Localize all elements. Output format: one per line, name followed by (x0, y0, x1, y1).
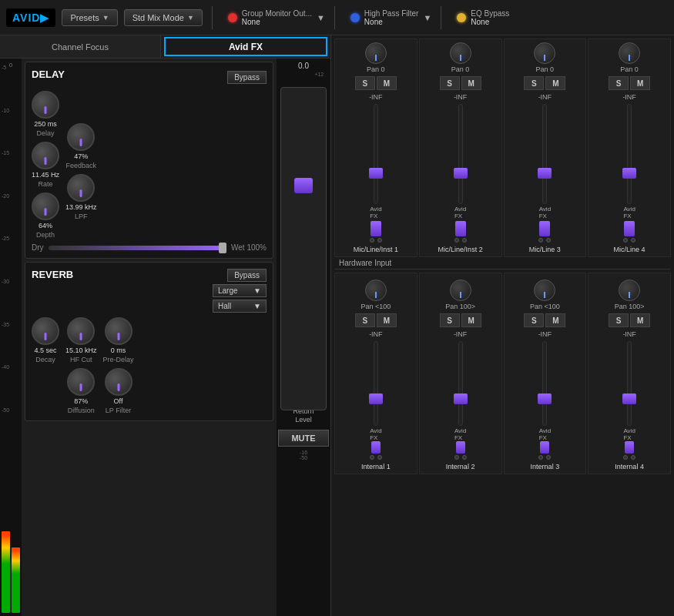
lpf-knob[interactable] (67, 174, 95, 202)
mixmode-button[interactable]: Std Mix Mode ▼ (124, 9, 203, 26)
mute-button-8[interactable]: M (630, 313, 650, 327)
pan-label-1: Pan 0 (367, 65, 385, 73)
rate-knob[interactable] (32, 142, 59, 169)
diffusion-knob[interactable] (67, 368, 95, 396)
ch-fader-handle-6[interactable] (454, 393, 468, 404)
hfcut-knob[interactable] (67, 317, 95, 345)
dot-indicators-6 (454, 455, 467, 460)
mute-button-7[interactable]: M (545, 313, 565, 327)
decay-knob[interactable] (32, 317, 59, 345)
ch-fader-track-1[interactable] (374, 104, 378, 204)
avid-fx-badge-3: AvidFX (539, 206, 551, 219)
channel-name-4: Mic/Line 4 (614, 246, 645, 253)
level-display-3: -INF (538, 93, 552, 101)
group-monitor-arrow-icon[interactable]: ▼ (317, 13, 325, 22)
reverb-type-dropdown[interactable]: Hall ▼ (213, 300, 267, 313)
avid-fx-label: Avid FX (164, 37, 327, 56)
channel-strip-1: Pan 0 S M -INF AvidFX (334, 38, 417, 257)
wet-dry-slider[interactable] (49, 246, 226, 250)
depth-knob[interactable] (32, 192, 59, 220)
mute-button[interactable]: MUTE (278, 430, 328, 447)
fader-area-2 (421, 104, 500, 204)
level-display-7: -INF (538, 330, 552, 338)
ch-fader-handle-1[interactable] (369, 168, 383, 179)
presets-button[interactable]: Presets ▼ (62, 9, 117, 26)
dot-3 (454, 238, 459, 243)
ch-fader-handle-7[interactable] (538, 393, 552, 404)
level-display-2: -INF (454, 93, 468, 101)
fader-area-1 (337, 104, 415, 204)
main-fader-track[interactable] (280, 87, 327, 410)
avid-fx-badge-8: AvidFX (623, 427, 635, 441)
delay-knob[interactable] (32, 91, 59, 119)
ch-fader-track-7[interactable] (542, 341, 547, 426)
ch-fader-handle-8[interactable] (622, 393, 636, 404)
ch-fader-handle-3[interactable] (538, 168, 552, 179)
ch-fader-track-2[interactable] (458, 104, 463, 204)
pan-knob-2[interactable] (450, 42, 471, 64)
reverb-size-dropdown[interactable]: Large ▼ (213, 284, 267, 297)
mute-button-5[interactable]: M (377, 313, 397, 327)
pan-knob-6[interactable] (450, 280, 471, 301)
fader-area-7 (506, 341, 585, 426)
pan-knob-7[interactable] (534, 280, 555, 301)
channel-strip-3: Pan 0 S M -INF AvidFX (504, 38, 587, 257)
ch-fader-handle-4[interactable] (622, 168, 636, 179)
mute-button-4[interactable]: M (630, 76, 650, 90)
solo-button-3[interactable]: S (524, 76, 544, 90)
solo-button-6[interactable]: S (440, 313, 460, 327)
reverb-plugin: REVERB Bypass Large ▼ Hall ▼ (25, 262, 273, 421)
pan-knob-1[interactable] (365, 42, 387, 64)
ch-fader-handle-2[interactable] (454, 168, 468, 179)
bottom-channels-row: Pan <100 S M -INF AvidFX (334, 273, 671, 474)
dot-9 (370, 455, 374, 460)
dot-2 (377, 238, 382, 243)
top-bar: AVID▶ Presets ▼ Std Mix Mode ▼ Group Mon… (0, 0, 674, 35)
solo-button-4[interactable]: S (609, 76, 629, 90)
pan-knob-5[interactable] (365, 280, 387, 301)
sm-buttons-3: S M (524, 76, 565, 90)
highpass-arrow-icon[interactable]: ▼ (423, 13, 431, 22)
channel-name-5: Internal 1 (361, 463, 391, 470)
wet-dry-thumb[interactable] (219, 243, 226, 253)
predelay-knob[interactable] (105, 317, 132, 345)
dot-indicators-7 (538, 455, 551, 460)
ch-fader-track-3[interactable] (542, 104, 547, 204)
solo-button-7[interactable]: S (524, 313, 544, 327)
left-panel: Channel Focus Avid FX 0 -5 (0, 35, 331, 616)
delay-bypass-button[interactable]: Bypass (227, 71, 267, 84)
ch-fader-track-5[interactable] (374, 341, 378, 426)
pan-knob-4[interactable] (619, 42, 640, 64)
avid-fx-badge-1: AvidFX (370, 206, 381, 219)
mute-button-3[interactable]: M (545, 76, 565, 90)
mute-button-6[interactable]: M (461, 313, 481, 327)
ch-fader-track-8[interactable] (627, 341, 632, 426)
mute-button-1[interactable]: M (377, 76, 397, 90)
pan-knob-8[interactable] (619, 280, 640, 301)
dot-8 (631, 238, 635, 243)
mixmode-arrow-icon: ▼ (187, 14, 194, 22)
diffusion-knob-item: 87% Diffusion (65, 368, 97, 414)
feedback-knob-item: 47% Feedback (65, 123, 97, 169)
solo-button-8[interactable]: S (609, 313, 629, 327)
fx-indicator-6 (456, 441, 465, 454)
pan-knob-3[interactable] (534, 42, 555, 64)
fx-indicator-4 (624, 221, 635, 236)
predelay-knob-item: 0 ms Pre-Delay (103, 317, 134, 363)
lpfilter-knob[interactable] (105, 368, 132, 396)
solo-button-1[interactable]: S (355, 76, 375, 90)
ch-fader-track-6[interactable] (458, 341, 463, 426)
ch-fader-handle-5[interactable] (369, 393, 383, 404)
mute-button-2[interactable]: M (461, 76, 481, 90)
reverb-bypass-button[interactable]: Bypass (227, 269, 267, 282)
dot-10 (377, 455, 382, 460)
wet-label: Wet 100% (231, 243, 267, 252)
feedback-knob[interactable] (67, 123, 95, 151)
left-vu-meters: 0 -5 -10 -15 -20 -25 -30 -35 (0, 59, 22, 616)
level-display-6: -INF (454, 330, 468, 338)
fx-indicator-3 (539, 221, 550, 236)
ch-fader-track-4[interactable] (627, 104, 632, 204)
solo-button-5[interactable]: S (355, 313, 375, 327)
main-fader-handle[interactable] (294, 178, 313, 193)
solo-button-2[interactable]: S (440, 76, 460, 90)
